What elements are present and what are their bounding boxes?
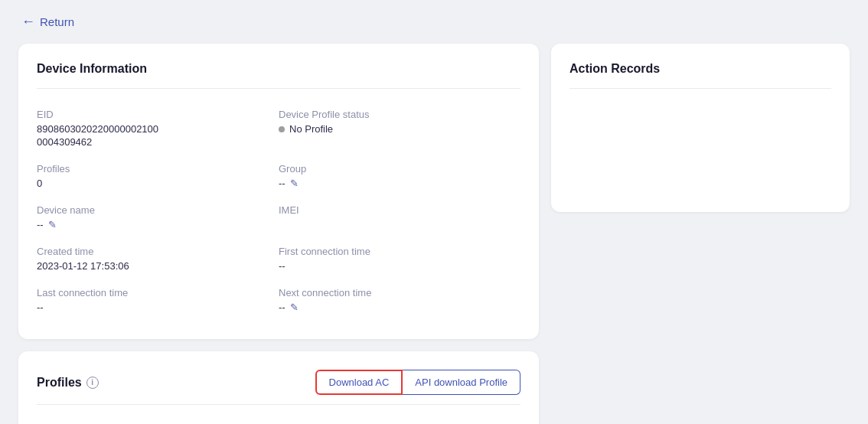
device-info-card: Device Information EID 89086030202200000… xyxy=(18,44,539,339)
top-bar: ← Return xyxy=(0,0,868,44)
device-name-label: Device name xyxy=(37,204,279,216)
last-connection-time-row: Last connection time -- xyxy=(37,279,279,321)
group-row: Group -- ✎ xyxy=(279,155,520,197)
eid-label: EID xyxy=(37,109,279,120)
device-name-edit-icon[interactable]: ✎ xyxy=(48,219,57,230)
created-time-value: 2023-01-12 17:53:06 xyxy=(37,260,279,272)
created-time-label: Created time xyxy=(37,246,279,257)
eid-value: 8908603020220000002100 0004309462 xyxy=(37,123,279,148)
left-panel: Device Information EID 89086030202200000… xyxy=(18,44,539,424)
right-panel: Action Records xyxy=(551,44,850,424)
status-dot-icon xyxy=(279,126,285,132)
imei-row: IMEI xyxy=(279,197,520,238)
first-connection-time-label: First connection time xyxy=(279,246,520,257)
profiles-count-value: 0 xyxy=(37,178,279,189)
device-name-text: -- xyxy=(37,219,44,230)
last-connection-time-value: -- xyxy=(37,302,279,313)
eid-value-1: 8908603020220000002100 xyxy=(37,123,158,135)
group-value: -- ✎ xyxy=(279,178,520,189)
next-connection-time-value: -- ✎ xyxy=(279,302,520,313)
device-profile-status-row: Device Profile status No Profile xyxy=(279,101,520,155)
profiles-card-header: Profiles i Download AC API download Prof… xyxy=(37,370,520,395)
device-profile-status-text: No Profile xyxy=(289,123,333,135)
eid-value-2: 0004309462 xyxy=(37,136,92,148)
return-label: Return xyxy=(40,15,74,28)
group-edit-icon[interactable]: ✎ xyxy=(290,178,299,189)
last-connection-time-label: Last connection time xyxy=(37,287,279,298)
back-arrow-icon: ← xyxy=(21,14,35,30)
device-profile-status-value: No Profile xyxy=(279,123,520,135)
first-connection-time-value: -- xyxy=(279,260,520,272)
device-name-row: Device name -- ✎ xyxy=(37,197,279,238)
group-text: -- xyxy=(279,178,286,189)
profiles-card: Profiles i Download AC API download Prof… xyxy=(18,351,539,424)
next-connection-time-edit-icon[interactable]: ✎ xyxy=(290,302,299,313)
download-ac-button[interactable]: Download AC xyxy=(315,370,403,395)
profiles-btn-group: Download AC API download Profile xyxy=(315,370,520,395)
device-info-title: Device Information xyxy=(37,62,520,76)
action-records-divider xyxy=(569,88,831,89)
main-content: Device Information EID 89086030202200000… xyxy=(0,44,868,424)
next-connection-time-label: Next connection time xyxy=(279,287,520,298)
profiles-title: Profiles i xyxy=(37,376,99,390)
first-connection-time-row: First connection time -- xyxy=(279,238,520,279)
next-connection-time-row: Next connection time -- ✎ xyxy=(279,279,520,321)
imei-label: IMEI xyxy=(279,204,520,216)
eid-row: EID 8908603020220000002100 0004309462 xyxy=(37,101,279,155)
profiles-title-text: Profiles xyxy=(37,376,82,390)
profiles-divider xyxy=(37,404,520,405)
no-data-area: No data xyxy=(37,417,520,424)
action-records-card: Action Records xyxy=(551,44,850,212)
profiles-count-row: Profiles 0 xyxy=(37,155,279,197)
api-download-profile-button[interactable]: API download Profile xyxy=(403,370,520,395)
group-label: Group xyxy=(279,163,520,174)
divider-1 xyxy=(37,88,520,89)
device-profile-status-label: Device Profile status xyxy=(279,109,520,120)
action-records-title: Action Records xyxy=(569,62,831,76)
device-name-value: -- ✎ xyxy=(37,219,279,230)
next-connection-time-text: -- xyxy=(279,302,286,313)
profiles-info-icon[interactable]: i xyxy=(86,377,99,389)
device-info-grid: EID 8908603020220000002100 0004309462 De… xyxy=(37,101,520,321)
return-link[interactable]: ← Return xyxy=(21,14,74,30)
profiles-count-label: Profiles xyxy=(37,163,279,174)
created-time-row: Created time 2023-01-12 17:53:06 xyxy=(37,238,279,279)
